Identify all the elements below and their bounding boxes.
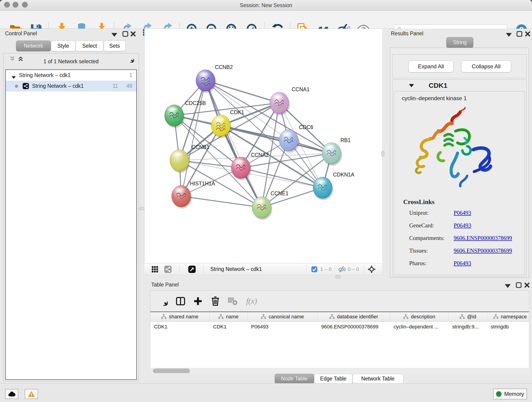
cloud-status-button[interactable] xyxy=(5,389,18,399)
node-CCNA1[interactable] xyxy=(270,92,290,115)
tab-network-table[interactable]: Network Table xyxy=(353,374,404,384)
node-CDK1[interactable] xyxy=(211,115,231,138)
crosslink-row-pharos: Pharos:P06493 xyxy=(409,260,520,269)
node-HIST1H1A[interactable] xyxy=(172,185,192,209)
tree-icon xyxy=(459,314,465,319)
panel-menu-icon[interactable] xyxy=(111,32,117,38)
crosslink-label: Pharos: xyxy=(409,260,454,267)
table-settings-gear-icon[interactable] xyxy=(158,297,168,306)
collapse-card-icon[interactable] xyxy=(409,84,414,87)
crosslink-link[interactable]: P06493 xyxy=(454,222,471,229)
network-canvas[interactable]: CCNB2CCNA1CDC25BCDK1CDC6RB1CCNB1CCNA2HIS… xyxy=(144,29,382,263)
cdk1-card-header[interactable]: CDK1 xyxy=(393,80,526,91)
node-table[interactable]: shared namenamecanonical namedatabase id… xyxy=(150,312,529,368)
edge-CDK1-RB1[interactable] xyxy=(221,126,331,153)
string-network-graph[interactable]: CCNB2CCNA1CDC25BCDK1CDC6RB1CCNB1CCNA2HIS… xyxy=(145,29,382,263)
column-label: canonical name xyxy=(268,314,304,320)
column-header-canonicalname[interactable]: canonical name xyxy=(247,312,317,321)
grid-view-icon[interactable] xyxy=(152,266,158,273)
network-row[interactable]: String Network – cdk1 11 48 xyxy=(6,81,136,91)
crosslink-link[interactable]: 9606.ENSP00000378699 xyxy=(454,235,512,241)
column-header-namespace[interactable]: namespace xyxy=(487,312,529,321)
edge-CCNB2-CCNA1[interactable] xyxy=(206,80,279,103)
birdseye-view-icon[interactable] xyxy=(188,266,196,273)
selected-checkbox-icon[interactable] xyxy=(311,266,317,272)
gear-icon[interactable] xyxy=(126,55,134,63)
crosslink-link[interactable]: P06493 xyxy=(454,260,471,266)
column-label: database identifier xyxy=(337,314,378,320)
scrollbar-thumb[interactable] xyxy=(153,369,190,373)
toolbar-divider xyxy=(335,265,335,274)
node-CDKN1A[interactable] xyxy=(313,177,333,200)
add-column-icon[interactable] xyxy=(193,297,203,306)
tree-icon xyxy=(218,314,224,319)
crosshair-icon[interactable] xyxy=(368,265,375,273)
close-panel-icon[interactable] xyxy=(525,31,531,37)
toolbar-divider xyxy=(306,265,306,274)
edge-HIST1H1A-CCNE1[interactable] xyxy=(181,196,262,207)
node-CCNE1[interactable] xyxy=(252,197,272,220)
function-builder-icon[interactable]: f(x) xyxy=(246,297,257,306)
cell-sharedname[interactable]: CDK1 xyxy=(150,324,209,330)
close-panel-icon[interactable] xyxy=(524,282,530,288)
network-share-icon[interactable] xyxy=(164,266,172,273)
table-horizontal-scrollbar[interactable] xyxy=(150,368,529,374)
edge-CCNB2-CCNE1[interactable] xyxy=(206,80,262,207)
expand-all-button[interactable]: Expand All xyxy=(409,61,453,72)
tab-sets[interactable]: Sets xyxy=(104,41,126,51)
node-CCNA2[interactable] xyxy=(231,157,251,180)
panel-menu-icon[interactable] xyxy=(505,283,511,289)
crosslink-link[interactable]: 9606.ENSP00000378699 xyxy=(454,248,512,254)
float-panel-icon[interactable] xyxy=(516,31,522,37)
hidden-eye-icon[interactable] xyxy=(338,266,346,273)
cell-namespace[interactable]: stringdb xyxy=(487,324,529,330)
column-header-databaseidentifier[interactable]: database identifier xyxy=(317,312,390,321)
node-CCNB2[interactable] xyxy=(196,70,216,93)
float-panel-icon[interactable] xyxy=(122,31,128,37)
tree-expander-icon[interactable] xyxy=(12,74,16,77)
close-panel-icon[interactable] xyxy=(130,31,136,37)
vertical-splitter-handle[interactable] xyxy=(381,151,385,157)
tab-network[interactable]: Network xyxy=(16,41,51,51)
cell-name[interactable]: CDK1 xyxy=(209,324,247,330)
string-results-content: Expand All Collapse All CDK1 cyclin–depe… xyxy=(390,48,529,278)
crosslink-row-uniprot: Uniprot:P06493 xyxy=(409,210,520,219)
column-header-sharedname[interactable]: shared name xyxy=(150,312,209,321)
column-header-description[interactable]: description xyxy=(390,312,449,321)
cell-id[interactable]: stringdb:9... xyxy=(449,324,487,330)
tab-node-table[interactable]: Node Table xyxy=(275,374,314,384)
tab-select[interactable]: Select xyxy=(76,41,104,51)
network-collection-row[interactable]: String Network – cdk1 1 xyxy=(6,70,136,81)
show-columns-icon[interactable] xyxy=(176,297,185,306)
crosslink-link[interactable]: P06493 xyxy=(454,210,471,216)
node-label-CDC6: CDC6 xyxy=(299,124,313,130)
warning-status-button[interactable] xyxy=(25,389,38,399)
tab-edge-table[interactable]: Edge Table xyxy=(314,374,353,384)
node-RB1[interactable] xyxy=(322,143,342,166)
column-header-id[interactable]: @id xyxy=(449,312,487,321)
node-label-CCNA2: CCNA2 xyxy=(251,152,269,158)
cell-databaseidentifier[interactable]: 9606.ENSP00000378699 xyxy=(317,324,390,330)
delete-column-icon[interactable] xyxy=(211,296,220,306)
network-edges[interactable] xyxy=(174,80,331,207)
collapse-all-button[interactable]: Collapse All xyxy=(461,61,511,72)
tab-string[interactable]: String xyxy=(446,37,473,48)
cdk1-result-card: CDK1 cyclin–dependent kinase 1 xyxy=(392,80,526,277)
float-panel-icon[interactable] xyxy=(516,282,522,288)
node-CDC25B[interactable] xyxy=(165,105,185,128)
edge-CCNB2-HIST1H1A[interactable] xyxy=(181,80,206,196)
table-row[interactable]: CDK1CDK1P064939606.ENSP00000378699cyclin… xyxy=(150,322,529,332)
cell-description[interactable]: cyclin–dependent ... xyxy=(390,324,449,330)
horizontal-splitter-handle[interactable] xyxy=(335,275,341,279)
control-panel: Control Panel NetworkStyleSelectSets 1 o… xyxy=(0,29,143,383)
memory-button[interactable]: Memory xyxy=(493,389,527,400)
delete-table-icon[interactable] xyxy=(228,297,238,306)
crosslink-label: Compartments: xyxy=(409,235,454,241)
collection-count: 1 xyxy=(129,72,132,78)
column-header-name[interactable]: name xyxy=(209,312,247,321)
tab-style[interactable]: Style xyxy=(51,41,76,51)
panel-menu-icon[interactable] xyxy=(506,32,512,38)
cell-canonicalname[interactable]: P06493 xyxy=(247,324,317,330)
network-selected-status: 1 of 1 Network selected xyxy=(3,58,139,65)
window-title: Session: New Session xyxy=(0,2,532,8)
